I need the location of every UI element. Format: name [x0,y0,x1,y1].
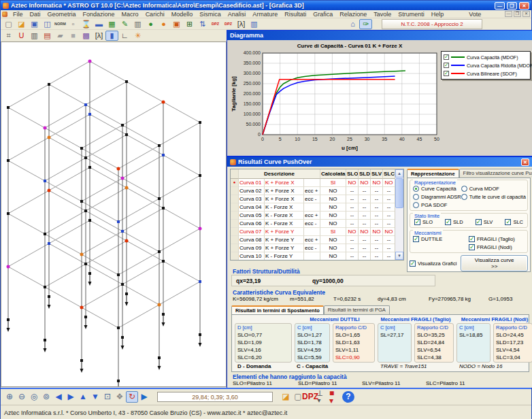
menu-item[interactable]: Fondazione [80,11,118,18]
solid-box-icon[interactable]: ▣ [170,19,183,29]
deform-icon[interactable]: ✳ [131,31,144,41]
scroll-up-icon[interactable]: ▲ [395,169,403,178]
scroll-thumb[interactable] [395,178,403,208]
menu-item[interactable]: Grafica [310,11,336,18]
dpz-axes-icon[interactable]: ⇅ [196,19,209,29]
vegetation-icon[interactable]: ● [144,19,157,29]
stato-limite-checkbox[interactable]: SLD [445,218,463,226]
scroll-down-icon[interactable]: ▼ [395,252,403,260]
frame-view-icon[interactable]: ⌗ [2,31,15,41]
pan-down-icon[interactable]: ▼ [89,391,101,403]
menu-item[interactable]: Carichi [142,11,168,18]
new-file-icon[interactable]: ▢ [2,19,15,29]
pushover-chart-icon[interactable]: ∟ [118,31,131,41]
menu-item[interactable]: Dati [27,11,44,18]
menu-item[interactable]: File [10,11,27,18]
tab-risultati-pga[interactable]: Risultati in termini di PGA [324,305,390,314]
radio-pga-sdof[interactable]: PGA SDOF [413,201,461,209]
norm-icon[interactable]: NORM [54,19,67,29]
solid-plate-icon[interactable]: ■ [67,31,80,41]
play-animation-icon[interactable]: ▶ [138,391,150,403]
table-row[interactable]: Curva 06 K - Forze X ecc - NO -- -- -- -… [231,220,395,228]
rotate-3d-icon[interactable]: ↻ [126,391,138,403]
pan-hand-icon[interactable]: ❖ [114,391,126,403]
rebar-u-icon[interactable]: U [15,31,28,41]
dpz-chart-icon[interactable]: DPZ [222,19,235,29]
checkbox-duttile[interactable]: DUTTILE [413,235,469,243]
tab-filtro[interactable]: Filtro visualizzazione curve Push-Over [459,169,532,178]
frame-rebar-icon[interactable]: ▤ [41,31,54,41]
menu-item[interactable]: Analisi [225,11,250,18]
menu-item-vote[interactable]: Vote [465,11,484,18]
mdi-minimize-button[interactable]: — [505,11,512,17]
table-row[interactable]: Curva 07 K + Forze Y SI NO NO NO NO [231,228,395,236]
maximize-button[interactable]: ❐ [507,2,517,10]
tab-risultati-spostamento[interactable]: Risultati in termini di Spostamento [231,305,324,314]
menu-item[interactable]: Relazione [336,11,370,18]
coordinates-display[interactable] [157,392,273,402]
sphere-icon[interactable]: ● [157,19,170,29]
close-button[interactable]: ✕ [519,2,529,10]
radio-tutte-curve[interactable]: Tutte le curve di capacità [461,193,526,201]
draw-icon[interactable]: ✎ [118,19,131,29]
grid-icon[interactable]: ⊞ [183,19,196,29]
solid-view-icon[interactable]: ■ ▾ [329,391,341,403]
mdi-restore-button[interactable]: ❐ [514,11,521,17]
axes-3d-icon[interactable]: ⟂ ▾ [316,391,329,403]
tab-rappresentazione[interactable]: Rappresentazione [407,169,459,178]
deck-icon[interactable]: ▬ [93,19,105,29]
export-dpz-icon[interactable]: DPZ [304,391,316,403]
mdi-close-button[interactable]: ✕ [522,11,530,17]
lambda-brackets-icon[interactable]: [λ] [93,31,105,41]
zoom-in-icon[interactable]: ⊕ [3,391,16,403]
table-row[interactable]: Curva 10 K - Forze Y NO -- -- -- -- [231,252,395,260]
radio-diagrammi-adsr[interactable]: Diagrammi ADSR [413,193,461,201]
minimize-button[interactable]: — [495,2,505,10]
table-row[interactable]: Curva 08 K + Forze Y ecc + NO -- -- -- -… [231,236,395,244]
checkbox-fragili-taglio[interactable]: FRAGILI (Taglio) [469,235,525,243]
menu-item[interactable]: Sismica [196,11,225,18]
save-icon[interactable]: ▣ [28,19,41,29]
mesh-icon[interactable]: ▦ [105,19,118,29]
pushover-close-icon[interactable]: ✕ [521,158,529,166]
structure-icon[interactable]: ▥ [131,19,144,29]
menu-item[interactable]: Help [428,11,448,18]
histogram-icon[interactable]: ▥ [248,19,261,29]
menu-item[interactable]: Tavole [370,11,395,18]
zoom-extents-icon[interactable]: ⊚ [40,391,52,403]
menu-item[interactable]: Geometria [44,11,80,18]
model-3d-view[interactable] [1,41,227,387]
pan-left-icon[interactable]: ◀ [52,391,65,403]
building-3d-icon[interactable]: ⌂ [346,19,359,29]
menu-item[interactable]: Strumenti [395,11,428,18]
table-row[interactable]: Curva 09 K + Forze Y ecc - NO -- -- -- -… [231,244,395,252]
column-check-icon[interactable]: ▮ [105,31,118,41]
table-row[interactable]: Curva 04 K - Forze X NO -- -- -- -- [231,203,395,212]
menu-item[interactable]: Armature [249,11,281,18]
zoom-window-icon[interactable]: ⊡ [101,391,114,403]
menu-item[interactable]: Macro [118,11,142,18]
pan-right-icon[interactable]: ▶ [65,391,77,403]
table-row[interactable]: Curva 02 K + Forze X ecc + NO -- -- -- -… [231,187,395,195]
table-row[interactable]: Curva 03 K + Forze X ecc - NO -- -- -- -… [231,195,395,203]
plate-icon[interactable]: ▰ [54,31,67,41]
lambda-icon[interactable]: [λ] [235,19,248,29]
visualizza-curve-button[interactable]: Visualizza curve >> [461,255,528,271]
zoom-dynamic-icon[interactable]: ◎ [28,391,40,403]
table-row[interactable]: ● Curva 01 K + Forze X SI NO NO NO NO [231,179,395,187]
render-brush-icon[interactable]: ✑ [359,19,372,29]
zoom-out-icon[interactable]: ⊖ [16,391,28,403]
table-scrollbar[interactable]: ▲ ▼ [395,169,403,260]
selection-icon[interactable]: ▫ [67,19,80,29]
menu-item[interactable]: Risultati [281,11,310,18]
checkbox-fragili-nodi[interactable]: FRAGILI (Nodi) [469,244,525,251]
frame-section-icon[interactable]: ▥ [28,31,41,41]
export-folder-icon[interactable]: ◪ [280,391,292,403]
legend-checkbox[interactable] [444,63,449,68]
radio-curve-capacita[interactable]: Curve Capacità [413,185,461,192]
stato-limite-checkbox[interactable]: SLC [505,218,523,226]
pan-up-icon[interactable]: ▲ [77,391,89,403]
legend-checkbox[interactable] [444,71,449,76]
hourglass-icon[interactable]: ⌛ [80,19,93,29]
save-all-icon[interactable]: ◫ [41,19,54,29]
